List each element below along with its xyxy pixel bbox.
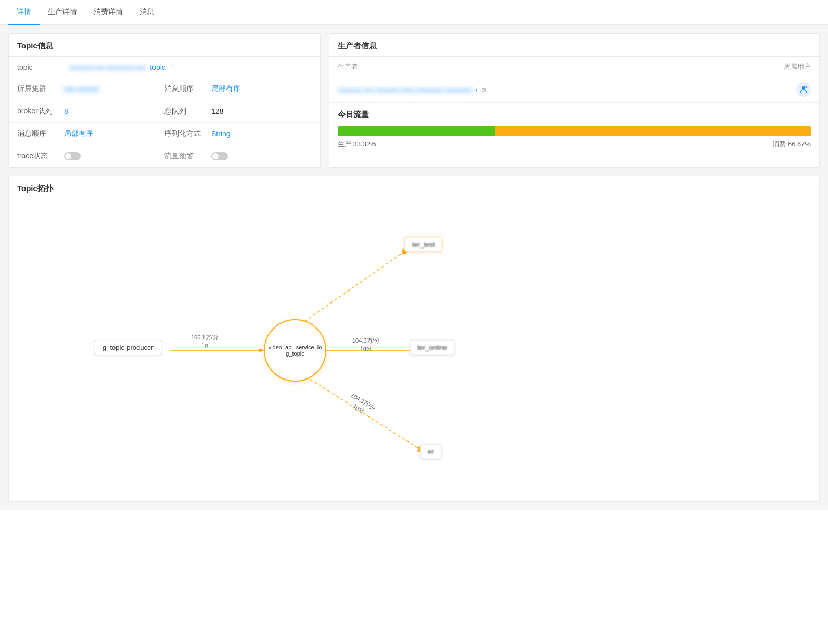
top-row: Topic信息 topic xxxxxxx.xxx.xxxxxxxx.xxx t… [8, 33, 820, 168]
traffic-alert-col: 流量预警 [164, 151, 312, 161]
edge-label-center-er: 104.3万/分1g分 [345, 391, 377, 419]
ter-test-node[interactable]: ter_test [404, 237, 442, 252]
ter-online-label: ter_online [417, 344, 447, 351]
total-queue-col: 总队列 128 [164, 107, 312, 116]
producer-node-label: g_topic-producer [103, 344, 154, 351]
cluster-col: 所属集群 xxx-xxxxxx [17, 84, 164, 94]
cluster-msgorder-row: 所属集群 xxx-xxxxxx 消息顺序 局部有序 [9, 78, 320, 100]
main-content: Topic信息 topic xxxxxxx.xxx.xxxxxxxx.xxx t… [0, 25, 828, 510]
topology-card: Topic拓扑 [8, 176, 820, 502]
msgorder2-serialize-row: 消息顺序 局部有序 序列化方式 String [9, 123, 320, 145]
serialize-col: 序列化方式 String [164, 129, 312, 138]
queue-row: broker队列 8 总队列 128 [9, 100, 320, 123]
bar-consume [495, 126, 811, 136]
serialize-value[interactable]: String [211, 130, 312, 138]
user-col-header: 所属用户 [748, 62, 811, 71]
msgorder2-label: 消息顺序 [17, 129, 64, 138]
center-node-label: video_api_service_log_topic [266, 342, 324, 359]
producer-user-col [748, 82, 811, 97]
produce-label: 生产 33.32% [338, 140, 376, 149]
msgorder2-value[interactable]: 局部有序 [64, 129, 164, 138]
page-container: 详情 生产详情 消费详情 消息 Topic信息 topic xxxxxxx.xx… [0, 0, 828, 644]
producer-header: 生产者 所属用户 [329, 57, 819, 77]
producer-name-col: xxxxxxx.xxx.xxxxxxx.xxxx.xxxxxxxx.xxxxxx… [338, 85, 748, 94]
traffic-alert-label: 流量预警 [164, 151, 211, 161]
broker-queue-label: broker队列 [17, 107, 64, 116]
edge-label-center-teronline: 104.3万/分1g分 [352, 337, 380, 353]
er-node[interactable]: er [420, 444, 442, 459]
traffic-bar [338, 126, 811, 136]
tab-consume-detail[interactable]: 消费详情 [85, 0, 131, 25]
copy-icon[interactable]: ⧉ [482, 86, 487, 94]
producer-info-title: 生产者信息 [329, 34, 819, 57]
topic-info-title: Topic信息 [9, 34, 320, 57]
cluster-value[interactable]: xxx-xxxxxx [64, 85, 164, 93]
broker-queue-value[interactable]: 8 [64, 107, 164, 116]
edge-label-producer-center: 106.1万/分1g [191, 334, 219, 350]
trace-toggle[interactable] [64, 152, 81, 160]
heart-icon[interactable]: ♡ [171, 63, 177, 71]
tab-message[interactable]: 消息 [131, 0, 162, 25]
center-node[interactable]: video_api_service_log_topic [264, 319, 326, 382]
tab-produce-detail[interactable]: 生产详情 [40, 0, 85, 25]
bar-produce [338, 126, 495, 136]
svg-point-0 [802, 86, 805, 90]
user-avatar [796, 82, 811, 97]
tabs-bar: 详情 生产详情 消费详情 消息 [0, 0, 828, 25]
total-queue-label: 总队列 [164, 107, 211, 116]
topic-row: topic xxxxxxx.xxx.xxxxxxxx.xxx topic ♡ [9, 57, 320, 78]
msgorder-col: 消息顺序 局部有序 [164, 84, 312, 94]
total-queue-value: 128 [211, 107, 312, 116]
topic-info-card: Topic信息 topic xxxxxxx.xxx.xxxxxxxx.xxx t… [8, 33, 321, 168]
producer-row-0: xxxxxxx.xxx.xxxxxxx.xxxx.xxxxxxxx.xxxxxx… [329, 77, 819, 103]
tab-detail[interactable]: 详情 [8, 0, 40, 25]
traffic-labels: 生产 33.32% 消费 66.67% [338, 140, 811, 149]
right-card: 生产者信息 生产者 所属用户 xxxxxxx.xxx.xxxxxxx.xxxx.… [329, 33, 820, 168]
trace-label: trace状态 [17, 151, 64, 161]
msgorder-label: 消息顺序 [164, 84, 211, 94]
msgorder-value[interactable]: 局部有序 [211, 84, 312, 94]
topology-title: Topic拓扑 [9, 176, 819, 199]
trace-traffic-row: trace状态 流量预警 [9, 145, 320, 167]
svg-line-6 [300, 251, 404, 324]
er-label: er [428, 448, 434, 456]
producer-name-blurred: xxxxxxx.xxx.xxxxxxx.xxxx.xxxxxxxx.xxxxxx… [338, 86, 473, 94]
topic-value: xxxxxxx.xxx.xxxxxxxx.xxx topic ♡ [69, 63, 312, 71]
producer-col-header: 生产者 [338, 62, 748, 71]
topic-value-suffix: topic [150, 63, 165, 71]
traffic-alert-toggle[interactable] [211, 152, 228, 160]
topic-value-blurred: xxxxxxx.xxx.xxxxxxxx.xxx [69, 64, 146, 71]
producer-name-suffix: r [475, 86, 477, 94]
cluster-label: 所属集群 [17, 84, 64, 94]
trace-col: trace状态 [17, 151, 164, 161]
broker-queue-col: broker队列 8 [17, 107, 164, 116]
serialize-label: 序列化方式 [164, 129, 211, 138]
ter-test-label: ter_test [412, 241, 435, 248]
ter-online-node[interactable]: ter_online [410, 340, 455, 355]
consume-label: 消费 66.67% [772, 140, 811, 149]
traffic-title: 今日流量 [338, 110, 811, 120]
msgorder2-col: 消息顺序 局部有序 [17, 129, 164, 138]
traffic-section: 今日流量 生产 33.32% 消费 66.67% [329, 103, 819, 156]
topic-label: topic [17, 63, 69, 71]
topology-canvas: g_topic-producer 106.1万/分1g video_api_se… [9, 199, 819, 501]
producer-node[interactable]: g_topic-producer [95, 340, 161, 355]
